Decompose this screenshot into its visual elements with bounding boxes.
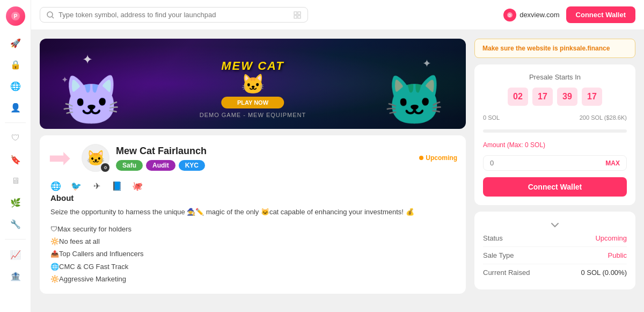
tag-safu[interactable]: Safu xyxy=(116,160,143,171)
left-panel: ✦ ✦ ✦ ✦ 🐱 🐱 MEW CAT 🐱 PLAY NOW DEMO GAME… xyxy=(40,39,466,303)
sol-max: 200 SOL ($28.6K) xyxy=(580,114,627,121)
token-title-area: Mew Cat Fairlaunch Safu Audit KYC xyxy=(116,146,413,171)
search-input[interactable] xyxy=(58,11,289,19)
social-telegram[interactable]: ✈ xyxy=(89,178,104,193)
social-website[interactable]: 🌐 xyxy=(48,178,63,193)
sidebar: P 🚀 🔒 🌐 👤 🛡 🔖 🖥 🌿 🔧 📈 🏦 xyxy=(0,0,31,312)
page-body: ✦ ✦ ✦ ✦ 🐱 🐱 MEW CAT 🐱 PLAY NOW DEMO GAME… xyxy=(31,30,644,312)
token-badge: ⚙ xyxy=(101,163,109,172)
progress-bar-bg xyxy=(483,129,627,133)
expand-icon xyxy=(294,11,301,19)
status-value: Upcoming xyxy=(595,234,627,242)
countdown-days: 02 xyxy=(508,88,528,106)
raised-label: Current Raised xyxy=(483,269,530,277)
connect-wallet-button-top[interactable]: Connect Wallet xyxy=(566,6,635,23)
upcoming-dot xyxy=(419,156,423,160)
sidebar-icon-user[interactable]: 👤 xyxy=(7,99,24,116)
svg-rect-6 xyxy=(294,16,297,18)
token-tags: Safu Audit KYC xyxy=(116,160,413,171)
sidebar-icon-vault[interactable]: 🏦 xyxy=(7,267,24,285)
upcoming-label: Upcoming xyxy=(426,154,457,162)
token-avatar: 🐱 ⚙ xyxy=(82,144,109,172)
collapse-button[interactable] xyxy=(483,220,627,230)
sidebar-icon-monitor[interactable]: 🖥 xyxy=(7,172,24,190)
right-panel: Make sure the website is pinksale.financ… xyxy=(474,39,635,303)
warning-highlight: pinksale.finance xyxy=(560,45,610,52)
sidebar-icon-bookmark[interactable]: 🔖 xyxy=(7,151,24,168)
feature-item-3: 📤Top Callers and Influencers xyxy=(50,248,455,260)
connect-wallet-main-button[interactable]: Connect Wallet xyxy=(483,177,627,197)
feature-item-4: 🌐CMC & CG Fast Track xyxy=(50,260,455,273)
tag-kyc[interactable]: KYC xyxy=(179,160,205,171)
svg-line-3 xyxy=(52,17,54,18)
sidebar-icon-lock[interactable]: 🔒 xyxy=(7,56,24,73)
sidebar-icon-rocket[interactable]: 🚀 xyxy=(7,34,24,52)
chevron-down-icon xyxy=(551,222,559,228)
raised-value: 0 SOL (0.00%) xyxy=(581,269,627,277)
info-card: Status Upcoming Sale Type Public Current… xyxy=(474,212,635,289)
main-content: D dexview.com Connect Wallet ✦ ✦ ✦ ✦ xyxy=(31,0,644,312)
social-facebook[interactable]: 📘 xyxy=(109,178,125,193)
feature-list: 🛡Max security for holders 🔆No fees at al… xyxy=(50,223,455,286)
countdown-minutes: 39 xyxy=(557,88,577,106)
dexview-label: dexview.com xyxy=(519,11,559,19)
sidebar-icon-branch[interactable]: 🌿 xyxy=(7,194,24,211)
amount-label: Amount (Max: 0 SOL) xyxy=(483,141,627,149)
warning-text: Make sure the website is xyxy=(482,45,560,52)
sidebar-divider-2 xyxy=(5,239,26,240)
amount-input-row: MAX xyxy=(483,155,627,171)
search-box[interactable] xyxy=(40,7,308,23)
status-label: Status xyxy=(483,234,503,242)
svg-point-2 xyxy=(47,12,53,17)
max-button[interactable]: MAX xyxy=(605,159,620,167)
svg-rect-5 xyxy=(298,12,301,14)
upcoming-badge: Upcoming xyxy=(419,154,457,162)
about-text: Seize the opportunity to harness the uni… xyxy=(50,207,455,217)
sale-type-label: Sale Type xyxy=(483,251,514,259)
countdown-hours: 17 xyxy=(532,88,553,106)
amount-input[interactable] xyxy=(490,159,605,167)
logo[interactable]: P xyxy=(6,6,25,26)
info-row-sale-type: Sale Type Public xyxy=(483,247,627,264)
presale-title: Presale Starts In xyxy=(483,73,627,81)
about-section: About Seize the opportunity to harness t… xyxy=(48,193,457,285)
svg-rect-7 xyxy=(298,16,301,18)
token-name: Mew Cat Fairlaunch xyxy=(116,146,413,157)
search-icon xyxy=(47,11,54,19)
progress-row: 0 SOL 200 SOL ($28.6K) xyxy=(483,114,627,121)
banner-subtitle: DEMO GAME - MEW EQUIPMENT xyxy=(200,112,306,118)
sidebar-icon-globe[interactable]: 🌐 xyxy=(7,77,24,95)
svg-text:D: D xyxy=(509,13,511,17)
sidebar-icon-chart[interactable]: 📈 xyxy=(7,246,24,263)
svg-text:P: P xyxy=(13,13,17,19)
social-twitter[interactable]: 🐦 xyxy=(69,178,84,193)
sidebar-icon-shield[interactable]: 🛡 xyxy=(7,129,24,147)
countdown: 02 17 39 17 xyxy=(483,88,627,106)
warning-banner: Make sure the website is pinksale.financ… xyxy=(474,39,635,58)
sol-min: 0 SOL xyxy=(483,114,500,121)
banner: ✦ ✦ ✦ ✦ 🐱 🐱 MEW CAT 🐱 PLAY NOW DEMO GAME… xyxy=(40,39,466,129)
info-row-raised: Current Raised 0 SOL (0.00%) xyxy=(483,264,627,281)
topbar-right: D dexview.com Connect Wallet xyxy=(503,6,635,23)
info-row-status: Status Upcoming xyxy=(483,230,627,247)
dexview-button[interactable]: D dexview.com xyxy=(503,9,559,21)
presale-card: Presale Starts In 02 17 39 17 0 SOL 200 … xyxy=(474,64,635,205)
token-socials: 🌐 🐦 ✈ 📘 🐙 xyxy=(48,178,457,193)
dexview-icon: D xyxy=(503,9,516,21)
banner-title: MEW CAT xyxy=(221,59,284,73)
sale-type-value: Public xyxy=(608,251,627,259)
about-title: About xyxy=(50,193,455,202)
social-github[interactable]: 🐙 xyxy=(130,178,145,193)
token-header: ➡ 🐱 ⚙ Mew Cat Fairlaunch Safu Audit KYC xyxy=(48,144,457,172)
feature-item-2: 🔆No fees at all xyxy=(50,235,455,248)
sidebar-divider xyxy=(5,122,26,123)
sidebar-icon-tool[interactable]: 🔧 xyxy=(7,215,24,233)
svg-rect-4 xyxy=(294,12,297,14)
feature-item-1: 🛡Max security for holders xyxy=(50,223,455,235)
tag-audit[interactable]: Audit xyxy=(146,160,175,171)
countdown-seconds: 17 xyxy=(582,88,602,106)
feature-item-5: 🔆Aggressive Marketing xyxy=(50,273,455,285)
topbar: D dexview.com Connect Wallet xyxy=(31,0,644,30)
token-card: ➡ 🐱 ⚙ Mew Cat Fairlaunch Safu Audit KYC xyxy=(40,135,466,294)
